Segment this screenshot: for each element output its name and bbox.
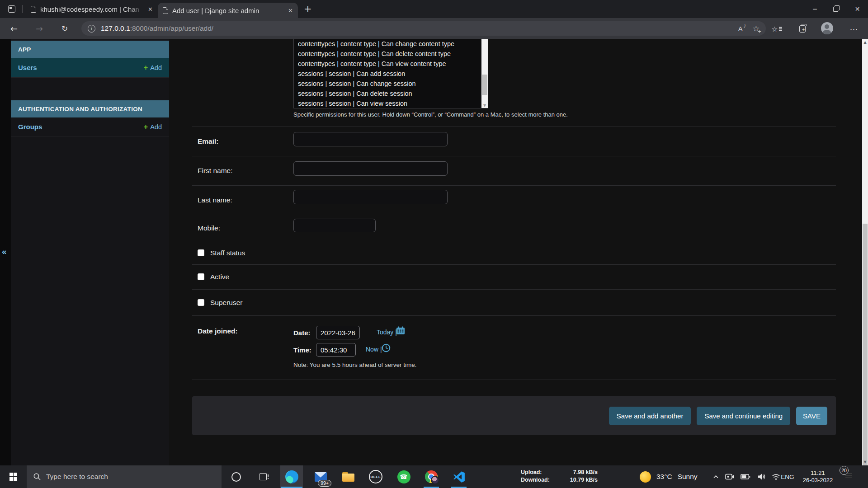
favorites-button[interactable]: ☆ xyxy=(770,23,783,35)
collections-button[interactable] xyxy=(796,23,809,35)
browser-tab-bar: khushi@codespeedy.com | Chan ✕ Add user … xyxy=(0,0,868,18)
weather-widget[interactable]: 33°C Sunny xyxy=(640,465,698,488)
staff-status-checkbox[interactable] xyxy=(198,249,204,256)
tab-title: khushi@codespeedy.com | Chan xyxy=(40,5,144,13)
calendar-icon[interactable] xyxy=(396,326,405,337)
time-field[interactable] xyxy=(316,343,356,357)
users-link[interactable]: Users xyxy=(18,64,37,71)
back-button[interactable]: ← xyxy=(7,22,21,35)
browser-toolbar: ← → ↻ i 127.0.0.1 :8000/admin/app/user/a… xyxy=(0,18,868,39)
sidebar-section-app[interactable]: APP xyxy=(11,41,169,58)
permission-option[interactable]: contenttypes | content type | Can delete… xyxy=(294,49,482,59)
clock-icon[interactable] xyxy=(382,343,391,354)
permissions-listbox[interactable]: contenttypes | content type | Can change… xyxy=(293,39,488,108)
search-input[interactable] xyxy=(46,473,195,481)
add-user-link[interactable]: + Add xyxy=(144,64,162,72)
first-name-row: First name: xyxy=(192,156,836,185)
taskbar-edge[interactable] xyxy=(280,465,303,488)
first-name-field[interactable] xyxy=(293,161,448,176)
search-icon xyxy=(33,473,41,481)
profile-button[interactable] xyxy=(820,22,834,34)
permissions-options: contenttypes | content type | Can change… xyxy=(294,39,488,108)
tab-change-user[interactable]: khushi@codespeedy.com | Chan ✕ xyxy=(26,0,158,18)
refresh-button[interactable]: ↻ xyxy=(58,22,71,35)
save-button[interactable]: SAVE xyxy=(796,407,827,425)
permission-option[interactable]: sessions | session | Can change session xyxy=(294,79,482,89)
restore-button[interactable] xyxy=(826,0,847,18)
scroll-down-icon[interactable]: ▼ xyxy=(481,103,488,108)
task-view-button[interactable] xyxy=(252,465,274,488)
permission-option[interactable]: sessions | session | Can delete session xyxy=(294,89,482,99)
temperature: 33°C xyxy=(656,473,672,481)
date-field[interactable] xyxy=(316,326,360,339)
close-window-button[interactable]: ✕ xyxy=(847,0,868,18)
whatsapp-icon: ☎ xyxy=(397,470,410,483)
site-info-icon[interactable]: i xyxy=(88,25,95,33)
page-scrollbar[interactable]: ▲ ▼ xyxy=(862,39,868,465)
forward-button[interactable]: → xyxy=(33,22,46,35)
last-name-field[interactable] xyxy=(293,190,448,204)
sidebar-collapse-toggle[interactable]: « xyxy=(2,247,7,257)
tray-expand-button[interactable] xyxy=(711,465,721,488)
permission-option[interactable]: sessions | session | Can add session xyxy=(294,69,482,79)
minimize-button[interactable]: ─ xyxy=(804,0,826,18)
add-favorite-icon[interactable]: ☆ xyxy=(753,24,760,33)
separator xyxy=(192,380,836,380)
battery-button[interactable] xyxy=(739,465,752,488)
taskbar-vscode[interactable] xyxy=(448,465,470,488)
taskbar-search[interactable] xyxy=(27,465,222,488)
tab-add-user-active[interactable]: Add user | Django site admin ✕ xyxy=(158,3,298,18)
permission-option[interactable]: sessions | session | Can view session xyxy=(294,99,482,108)
settings-menu-button[interactable]: ⋯ xyxy=(847,23,861,35)
close-tab-icon[interactable]: ✕ xyxy=(148,6,153,13)
taskbar-explorer[interactable] xyxy=(337,465,359,488)
mobile-field[interactable] xyxy=(293,219,376,232)
profile-avatar-icon xyxy=(821,22,833,34)
permission-option[interactable]: contenttypes | content type | Can change… xyxy=(294,39,482,49)
page-scrollbar-thumb[interactable] xyxy=(863,224,868,465)
mobile-row: Mobile: xyxy=(192,214,836,242)
address-bar[interactable]: i 127.0.0.1 :8000/admin/app/user/add/ A … xyxy=(81,21,766,36)
sun-icon xyxy=(640,471,651,483)
cortana-button[interactable] xyxy=(225,465,247,488)
taskbar-dell[interactable]: DELL xyxy=(364,465,387,488)
listbox-scrollbar[interactable]: ▼ xyxy=(481,39,488,108)
meet-now-button[interactable] xyxy=(724,465,736,488)
taskbar-clock[interactable]: 11:21 26-03-2022 xyxy=(798,465,837,488)
save-and-add-another-button[interactable]: Save and add another xyxy=(609,407,691,425)
scroll-up-icon[interactable]: ▲ xyxy=(862,40,868,44)
url-host: 127.0.0.1 xyxy=(101,24,130,33)
email-field[interactable] xyxy=(293,132,448,146)
read-aloud-icon[interactable]: A xyxy=(738,25,743,33)
tab-actions-button[interactable] xyxy=(5,3,19,15)
sidebar-item-users[interactable]: Users + Add xyxy=(11,58,169,78)
add-label: Add xyxy=(150,64,162,71)
taskbar-chrome[interactable] xyxy=(420,465,443,488)
start-button[interactable] xyxy=(0,465,27,488)
superuser-checkbox[interactable] xyxy=(198,299,204,306)
language-indicator[interactable]: ENG xyxy=(779,465,796,488)
close-tab-icon[interactable]: ✕ xyxy=(288,7,293,14)
date-joined-row: Date joined: Date: Today | Time: Now | N… xyxy=(192,315,836,380)
scroll-down-icon[interactable]: ▼ xyxy=(862,460,868,464)
list-lines-icon xyxy=(779,28,782,29)
sidebar-section-auth[interactable]: AUTHENTICATION AND AUTHORIZATION xyxy=(11,100,169,117)
add-group-link[interactable]: + Add xyxy=(144,123,162,131)
screen: khushi@codespeedy.com | Chan ✕ Add user … xyxy=(0,0,868,488)
save-and-continue-button[interactable]: Save and continue editing xyxy=(697,407,790,425)
windows-logo-icon xyxy=(9,473,18,481)
sidebar-item-groups[interactable]: Groups + Add xyxy=(11,117,169,136)
battery-icon xyxy=(741,474,750,480)
taskbar-mail[interactable]: 99+ xyxy=(309,465,332,488)
new-tab-button[interactable]: + xyxy=(304,5,312,14)
last-name-row: Last name: xyxy=(192,185,836,214)
permission-option[interactable]: contenttypes | content type | Can view c… xyxy=(294,59,482,69)
listbox-scrollbar-thumb[interactable] xyxy=(482,75,487,95)
active-checkbox[interactable] xyxy=(198,273,204,280)
today-link[interactable]: Today | xyxy=(377,328,397,336)
submit-row: Save and add another Save and continue e… xyxy=(192,396,836,435)
taskbar-whatsapp[interactable]: ☎ xyxy=(392,465,415,488)
now-link[interactable]: Now | xyxy=(366,346,382,353)
volume-button[interactable] xyxy=(755,465,768,488)
groups-link[interactable]: Groups xyxy=(18,123,42,131)
